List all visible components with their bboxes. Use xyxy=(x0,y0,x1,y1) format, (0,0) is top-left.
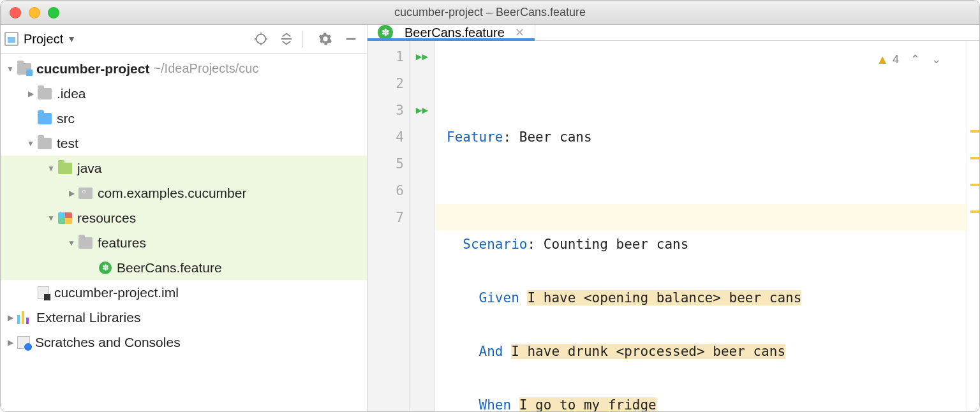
tree-root[interactable]: cucumber-project ~/IdeaProjects/cuc xyxy=(1,56,367,81)
titlebar: cucumber-project – BeerCans.feature xyxy=(1,1,979,25)
project-view-dropdown-icon[interactable]: ▼ xyxy=(67,34,76,44)
expand-icon[interactable] xyxy=(26,89,35,98)
root-label: cucumber-project xyxy=(36,61,149,77)
step-text: I go to my fridge xyxy=(519,397,657,412)
expand-icon[interactable] xyxy=(47,214,56,223)
scenario-name: Counting beer cans xyxy=(535,237,688,252)
minimize-window-button[interactable] xyxy=(29,7,40,18)
item-label: resources xyxy=(77,210,136,226)
tree-item-resources[interactable]: resources xyxy=(1,205,367,230)
tree-item-features[interactable]: features xyxy=(1,230,367,255)
expand-icon[interactable] xyxy=(67,189,76,198)
keyword-and: And xyxy=(479,344,503,359)
project-tree[interactable]: cucumber-project ~/IdeaProjects/cuc .ide… xyxy=(1,54,367,411)
tree-item-scratches[interactable]: Scratches and Consoles xyxy=(1,330,367,355)
module-file-icon xyxy=(38,286,49,299)
editor-tab-beercans[interactable]: ✽ BeerCans.feature ✕ xyxy=(368,25,535,40)
source-folder-icon xyxy=(38,113,52,124)
line-number: 5 xyxy=(368,151,404,177)
module-folder-icon xyxy=(17,63,31,75)
libraries-icon xyxy=(17,311,31,324)
project-header: Project ▼ xyxy=(1,25,367,54)
item-label: java xyxy=(77,161,102,176)
item-label: com.examples.cucumber xyxy=(98,186,246,201)
tree-item-test[interactable]: test xyxy=(1,131,367,156)
expand-icon[interactable] xyxy=(47,164,56,173)
folder-icon xyxy=(78,237,93,249)
step-text: I have drunk <processed> beer cans xyxy=(511,344,785,359)
expand-icon[interactable] xyxy=(67,239,76,247)
settings-icon[interactable] xyxy=(316,29,335,48)
tree-item-java[interactable]: java xyxy=(1,156,367,180)
tree-item-package[interactable]: com.examples.cucumber xyxy=(1,180,367,205)
project-view-icon xyxy=(4,32,19,46)
step-text: I have <opening balance> beer cans xyxy=(527,290,801,305)
package-icon xyxy=(78,188,93,199)
hide-panel-icon[interactable] xyxy=(341,29,360,48)
divider xyxy=(302,31,303,47)
tree-item-external-libs[interactable]: External Libraries xyxy=(1,305,367,330)
current-line-highlight xyxy=(435,204,967,231)
warning-marker[interactable] xyxy=(970,210,979,213)
tree-item-iml[interactable]: cucumber-project.iml xyxy=(1,280,367,305)
window-controls xyxy=(10,7,59,18)
expand-icon[interactable] xyxy=(26,139,35,148)
keyword-feature: Feature xyxy=(447,129,503,145)
project-view-label[interactable]: Project xyxy=(24,32,63,47)
editor-body: 1 2 3 4 5 6 7 ▶▶ ▶ ▶▶ ▲ 4 xyxy=(368,41,979,412)
cucumber-file-icon: ✽ xyxy=(99,261,112,274)
svg-point-0 xyxy=(256,34,266,44)
close-tab-icon[interactable]: ✕ xyxy=(515,26,524,40)
item-label: cucumber-project.iml xyxy=(54,285,179,300)
close-window-button[interactable] xyxy=(10,7,21,18)
line-number: 4 xyxy=(368,124,404,151)
feature-name: Beer cans xyxy=(511,129,591,145)
zoom-window-button[interactable] xyxy=(48,7,59,18)
test-resources-folder-icon xyxy=(58,212,72,224)
main-split: Project ▼ xyxy=(1,25,979,411)
editor-tabs: ✽ BeerCans.feature ✕ xyxy=(368,25,979,41)
inspection-widget[interactable]: ▲ 4 ⌃ ⌄ xyxy=(876,46,941,73)
run-scenario-icon[interactable]: ▶▶ xyxy=(416,97,428,124)
line-number-gutter[interactable]: 1 2 3 4 5 6 7 xyxy=(368,41,410,412)
item-label: BeerCans.feature xyxy=(117,260,222,276)
item-label: Scratches and Consoles xyxy=(35,335,181,350)
root-path: ~/IdeaProjects/cuc xyxy=(153,61,258,76)
item-label: features xyxy=(98,235,146,251)
line-number: 6 xyxy=(368,177,404,204)
tree-item-src[interactable]: src xyxy=(1,106,367,131)
cucumber-file-icon: ✽ xyxy=(378,25,393,40)
collapse-all-icon[interactable] xyxy=(277,29,296,48)
item-label: .idea xyxy=(57,86,86,101)
item-label: External Libraries xyxy=(36,310,140,325)
next-highlight-icon[interactable]: ⌄ xyxy=(932,46,941,73)
keyword-scenario: Scenario xyxy=(463,237,527,252)
scratches-icon xyxy=(17,336,30,349)
keyword-when: When xyxy=(479,397,512,412)
line-number: 3 xyxy=(368,97,404,124)
window-title: cucumber-project – BeerCans.feature xyxy=(1,6,979,19)
folder-icon xyxy=(38,88,52,99)
line-number: 1 xyxy=(368,43,404,70)
code-area[interactable]: ▲ 4 ⌃ ⌄ Feature: Beer cans Scenario: Cou… xyxy=(435,41,967,412)
tree-item-feature-file[interactable]: ✽ BeerCans.feature xyxy=(1,255,367,280)
error-stripe[interactable] xyxy=(967,41,979,412)
line-number: 2 xyxy=(368,70,404,97)
keyword-given: Given xyxy=(479,290,519,305)
expand-icon[interactable] xyxy=(6,338,15,347)
prev-highlight-icon[interactable]: ⌃ xyxy=(910,46,920,73)
locate-icon[interactable] xyxy=(251,29,271,48)
editor-area: ✽ BeerCans.feature ✕ 1 2 3 4 5 6 7 ▶▶ ▶ xyxy=(368,25,979,411)
warning-icon: ▲ xyxy=(876,46,889,73)
ide-window: cucumber-project – BeerCans.feature Proj… xyxy=(0,0,980,412)
run-feature-icon[interactable]: ▶▶ xyxy=(416,43,428,70)
expand-icon[interactable] xyxy=(6,313,15,322)
warning-marker[interactable] xyxy=(970,157,979,159)
folder-icon xyxy=(38,138,52,149)
warning-marker[interactable] xyxy=(970,184,979,186)
expand-icon[interactable] xyxy=(6,64,15,73)
warning-marker[interactable] xyxy=(970,130,979,133)
warning-count: 4 xyxy=(893,46,899,73)
line-number: 7 xyxy=(368,204,404,231)
tree-item-idea[interactable]: .idea xyxy=(1,81,367,106)
